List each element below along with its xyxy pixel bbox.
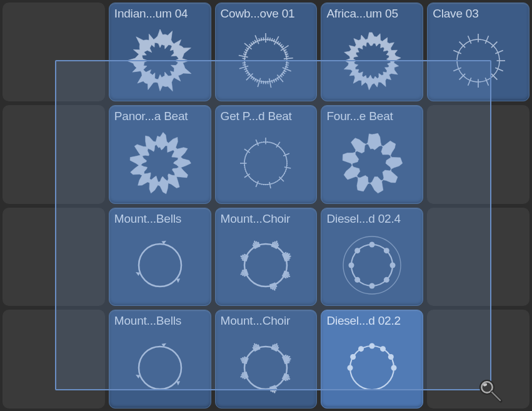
pad-label: Clave 03 (433, 7, 524, 21)
svg-point-292 (358, 346, 364, 352)
waveform-ring-icon (109, 126, 211, 201)
waveform-ring-icon (216, 228, 317, 303)
empty-pad[interactable] (3, 208, 105, 307)
svg-point-245 (349, 263, 354, 268)
svg-line-77 (495, 50, 503, 53)
pad-label: Diesel...d 02.4 (326, 212, 418, 226)
svg-line-148 (284, 167, 291, 168)
svg-point-290 (348, 365, 353, 371)
pad-label: Cowb...ove 01 (221, 7, 312, 21)
svg-line-93 (485, 78, 488, 85)
svg-point-129 (457, 39, 499, 82)
svg-point-247 (139, 347, 181, 389)
svg-point-64 (244, 39, 287, 82)
waveform-ring-icon (109, 330, 211, 405)
svg-line-109 (453, 68, 461, 71)
svg-point-244 (354, 277, 360, 283)
sample-pad[interactable]: Cowb...ove 01 (215, 3, 318, 101)
pad-label: Panor...a Beat (114, 109, 206, 123)
svg-line-63 (264, 38, 264, 41)
svg-line-34 (261, 81, 262, 84)
sample-pad[interactable]: Mount...Choir (215, 310, 318, 408)
sample-pad[interactable]: Mount...Choir (215, 208, 318, 307)
svg-line-160 (269, 182, 271, 188)
svg-line-31 (268, 81, 269, 84)
waveform-ring-icon (109, 228, 211, 303)
svg-point-248 (244, 347, 287, 389)
svg-point-295 (388, 354, 394, 360)
waveform-ring-icon (216, 330, 317, 405)
waveform-ring-icon (216, 23, 317, 98)
empty-pad[interactable] (3, 3, 105, 101)
empty-pad[interactable] (3, 310, 105, 408)
waveform-ring-icon (428, 23, 529, 98)
sample-pad[interactable]: Get P...d Beat (215, 105, 318, 204)
svg-line-2 (270, 38, 271, 41)
svg-point-196 (244, 244, 287, 287)
empty-pad[interactable] (427, 105, 529, 204)
svg-line-14 (286, 56, 289, 57)
svg-line-18 (286, 64, 289, 65)
svg-line-166 (256, 181, 259, 187)
svg-point-239 (369, 242, 375, 248)
pad-label: Indian...um 04 (114, 7, 206, 21)
svg-line-142 (284, 153, 290, 156)
svg-line-15 (284, 58, 293, 59)
svg-point-241 (390, 263, 396, 268)
svg-line-47 (243, 63, 246, 63)
svg-point-195 (139, 244, 181, 287)
waveform-ring-icon (321, 23, 423, 98)
svg-line-125 (468, 36, 471, 43)
sample-pad[interactable]: Panor...a Beat (109, 105, 211, 204)
svg-line-301 (492, 392, 500, 400)
svg-line-46 (243, 64, 246, 65)
sample-pad[interactable]: Clave 03 (427, 3, 529, 101)
svg-line-101 (468, 78, 471, 85)
waveform-ring-icon (321, 330, 423, 405)
svg-line-62 (261, 38, 262, 41)
pad-label: Mount...Choir (221, 314, 312, 328)
pad-grid: Indian...um 04Cowb...ove 01Africa...um 0… (3, 3, 529, 408)
svg-line-10 (281, 45, 289, 50)
magnifier-icon[interactable] (477, 377, 503, 403)
pad-label: Diesel...d 02.2 (326, 314, 418, 328)
sample-pad[interactable]: Diesel...d 02.2 (321, 310, 423, 408)
svg-line-190 (256, 140, 259, 146)
sample-pad[interactable]: Four...e Beat (321, 105, 423, 204)
svg-point-242 (384, 277, 389, 283)
pad-label: Get P...d Beat (221, 109, 312, 123)
svg-line-30 (269, 78, 271, 88)
empty-pad[interactable] (427, 208, 529, 307)
sample-pad[interactable]: Indian...um 04 (109, 3, 211, 101)
svg-point-291 (350, 354, 356, 360)
pad-label: Africa...um 05 (326, 7, 418, 21)
sample-pad[interactable]: Diesel...d 02.4 (321, 208, 423, 307)
pad-label: Mount...Choir (221, 212, 312, 226)
svg-point-194 (244, 142, 287, 185)
waveform-ring-icon (321, 228, 423, 303)
svg-point-240 (384, 248, 389, 254)
waveform-ring-icon (216, 126, 317, 201)
pad-label: Mount...Bells (114, 212, 206, 226)
sample-pad[interactable]: Mount...Bells (109, 310, 211, 408)
svg-line-33 (264, 81, 264, 84)
svg-point-293 (369, 343, 375, 349)
pad-label: Four...e Beat (326, 109, 418, 123)
waveform-ring-icon (321, 126, 423, 201)
svg-point-298 (483, 383, 492, 392)
sample-pad[interactable]: Mount...Bells (109, 208, 211, 307)
empty-pad[interactable] (3, 105, 105, 204)
svg-line-49 (243, 58, 246, 59)
svg-line-1 (268, 38, 269, 41)
svg-point-243 (369, 283, 375, 289)
svg-point-296 (391, 365, 397, 371)
waveform-ring-icon (109, 23, 211, 98)
svg-line-17 (286, 63, 289, 63)
sample-pad[interactable]: Africa...um 05 (321, 3, 423, 101)
svg-line-50 (239, 55, 248, 57)
pad-label: Mount...Bells (114, 314, 206, 328)
svg-line-117 (453, 50, 461, 53)
svg-line-85 (495, 68, 503, 71)
svg-point-294 (380, 346, 386, 352)
svg-line-69 (485, 36, 488, 43)
